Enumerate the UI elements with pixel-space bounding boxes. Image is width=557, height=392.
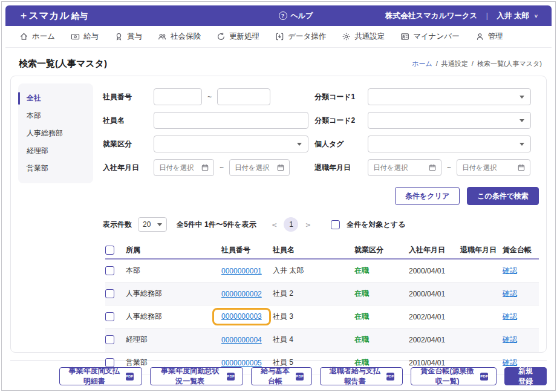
- retiree-payment-report-button[interactable]: 退職者給与支払報告書 PDF: [320, 367, 403, 385]
- nav-item-mynumber[interactable]: マイナンバー: [393, 31, 467, 42]
- cell-name: 社員 3: [273, 312, 354, 322]
- row-checkbox[interactable]: [105, 335, 114, 344]
- nav-item-social-insurance[interactable]: 社会保険: [150, 31, 209, 42]
- employee-number-link[interactable]: 0000000002: [221, 290, 262, 298]
- hire-date-from-picker[interactable]: [154, 159, 214, 176]
- breadcrumb-home-link[interactable]: ホーム: [412, 59, 432, 68]
- personal-tag-select[interactable]: [368, 136, 531, 152]
- cell-status: 在職: [354, 289, 409, 299]
- retire-date-to-picker[interactable]: [457, 159, 530, 176]
- wage-ledger-link[interactable]: 確認: [503, 335, 517, 344]
- cell-hire-date: 2000/04/01: [409, 267, 460, 275]
- employment-type-label: 就業区分: [103, 139, 154, 149]
- wage-ledger-link[interactable]: 確認: [503, 266, 517, 275]
- employee-number-link[interactable]: 0000000005: [221, 359, 262, 367]
- employee-no-to-input[interactable]: [217, 88, 270, 105]
- table-row: 本部 0000000001 入井 太郎 在職 2000/04/01 確認: [105, 260, 539, 283]
- category2-select[interactable]: [368, 112, 531, 129]
- nav-item-common-settings[interactable]: 共通設定: [334, 31, 393, 42]
- logo-brand-text: ＋スマカル: [19, 10, 70, 22]
- range-separator: ~: [220, 163, 224, 172]
- annual-payment-statement-button[interactable]: 事業年度間支払明細書 PDF: [59, 367, 142, 385]
- retire-date-from-input[interactable]: [373, 164, 426, 171]
- employee-number-link[interactable]: 0000000004: [221, 336, 262, 344]
- header-checkbox[interactable]: [105, 246, 114, 255]
- salary-base-ledger-button[interactable]: 給与基本台帳 PDF: [251, 367, 312, 385]
- nav-item-admin[interactable]: 管理: [467, 31, 511, 42]
- employee-name-input[interactable]: [154, 112, 308, 129]
- data-import-export-icon: [275, 32, 284, 41]
- wage-ledger-withholding-button[interactable]: 賃金台帳(源泉徴収一覧) PDF: [411, 367, 497, 385]
- pdf-icon: PDF: [386, 373, 394, 381]
- nav-label: 給与: [83, 31, 99, 42]
- hire-date-to-picker[interactable]: [229, 159, 290, 176]
- retire-date-from-picker[interactable]: [368, 159, 441, 176]
- sidebar-item-sales[interactable]: 営業部: [18, 160, 93, 177]
- display-count-label: 表示件数: [103, 220, 132, 230]
- nav-item-data[interactable]: データ操作: [267, 31, 334, 42]
- table-row: 人事総務部 0000000002 社員 2 在職 2000/04/01 確認: [105, 283, 539, 305]
- row-checkbox[interactable]: [105, 312, 114, 321]
- person-icon: [475, 32, 484, 41]
- cell-status: 在職: [354, 335, 409, 345]
- employment-type-select[interactable]: [154, 136, 308, 152]
- nav-item-bonus[interactable]: 賞与: [106, 31, 150, 42]
- hire-date-label: 入社年月日: [103, 163, 154, 173]
- employee-number-link[interactable]: 0000000001: [221, 267, 262, 275]
- prev-page-icon[interactable]: <: [272, 220, 277, 229]
- employee-no-from-input[interactable]: [154, 88, 202, 105]
- nav-label: 共通設定: [354, 31, 385, 42]
- employee-number-link[interactable]: 0000000003: [221, 312, 262, 321]
- row-checkbox[interactable]: [105, 266, 114, 275]
- category1-select[interactable]: [368, 88, 531, 105]
- annual-attendance-list-button[interactable]: 事業年度間勤怠状況一覧表 PDF: [150, 367, 244, 385]
- nav-label: データ操作: [288, 31, 326, 42]
- wage-ledger-link[interactable]: 確認: [503, 289, 517, 298]
- hire-date-to-input[interactable]: [235, 164, 275, 171]
- wage-ledger-link[interactable]: 確認: [503, 358, 517, 367]
- logo-product-text: 給与: [71, 11, 88, 22]
- select-all-label: 全件を対象とする: [347, 220, 405, 230]
- clear-conditions-button[interactable]: 条件をクリア: [395, 187, 460, 205]
- help-icon: ?: [279, 11, 287, 20]
- user-menu[interactable]: 入井 太郎: [497, 11, 529, 21]
- row-checkbox[interactable]: [105, 289, 114, 298]
- new-registration-button[interactable]: 新規登録: [504, 367, 547, 385]
- sidebar-item-headquarters[interactable]: 本部: [18, 107, 93, 125]
- app-logo[interactable]: ＋スマカル 給与: [19, 10, 88, 22]
- sidebar-item-hr-general-affairs[interactable]: 人事総務部: [18, 125, 93, 142]
- page-title: 検索一覧(人事マスタ): [19, 58, 107, 70]
- sidebar-item-accounting[interactable]: 経理部: [18, 142, 93, 160]
- cell-name: 社員 2: [273, 289, 354, 299]
- cell-dept: 人事総務部: [126, 312, 221, 322]
- employee-no-label: 社員番号: [103, 92, 154, 102]
- page-number[interactable]: 1: [284, 217, 298, 232]
- header-separator: ｜: [483, 11, 490, 21]
- pdf-icon: PDF: [126, 373, 134, 381]
- dropdown-arrow-icon: [157, 223, 162, 226]
- nav-item-home[interactable]: ホーム: [11, 31, 63, 42]
- next-page-icon[interactable]: >: [305, 220, 310, 229]
- retire-date-label: 退職年月日: [314, 163, 368, 173]
- table-row: 人事総務部 0000000003 社員 3 在職 2002/04/01 確認: [105, 305, 539, 328]
- banknote-icon: [71, 32, 80, 41]
- calendar-icon: [277, 164, 284, 171]
- medal-icon: [114, 32, 123, 41]
- search-card: 全社 本部 人事総務部 経理部 営業部 社員番号 ~ 分類コード1: [10, 76, 547, 353]
- sidebar-item-all-company[interactable]: 全社: [18, 90, 93, 107]
- display-count-select[interactable]: 20: [138, 217, 167, 232]
- result-summary: 全5件中 1件〜5件を表示: [177, 220, 256, 230]
- retire-date-to-input[interactable]: [462, 164, 515, 171]
- chevron-down-icon[interactable]: ∨: [534, 13, 538, 19]
- app-window: ＋スマカル 給与 ? ヘルプ 株式会社スマカルワークス ｜ 入井 太郎 ∨ ホー…: [1, 1, 556, 391]
- employee-name-label: 社員名: [103, 116, 154, 126]
- page-header: 検索一覧(人事マスタ) ホーム / 共通設定 / 検索一覧(人事マスタ): [5, 48, 552, 74]
- select-all-checkbox[interactable]: [331, 220, 340, 229]
- help-button[interactable]: ? ヘルプ: [279, 11, 313, 21]
- nav-item-update[interactable]: 更新処理: [209, 31, 267, 42]
- wage-ledger-link[interactable]: 確認: [503, 312, 517, 321]
- nav-item-salary[interactable]: 給与: [63, 31, 106, 42]
- search-button[interactable]: この条件で検索: [467, 187, 539, 205]
- list-controls: 表示件数 20 全5件中 1件〜5件を表示 < 1 > 全件を対象とする: [103, 217, 539, 232]
- hire-date-from-input[interactable]: [159, 164, 199, 171]
